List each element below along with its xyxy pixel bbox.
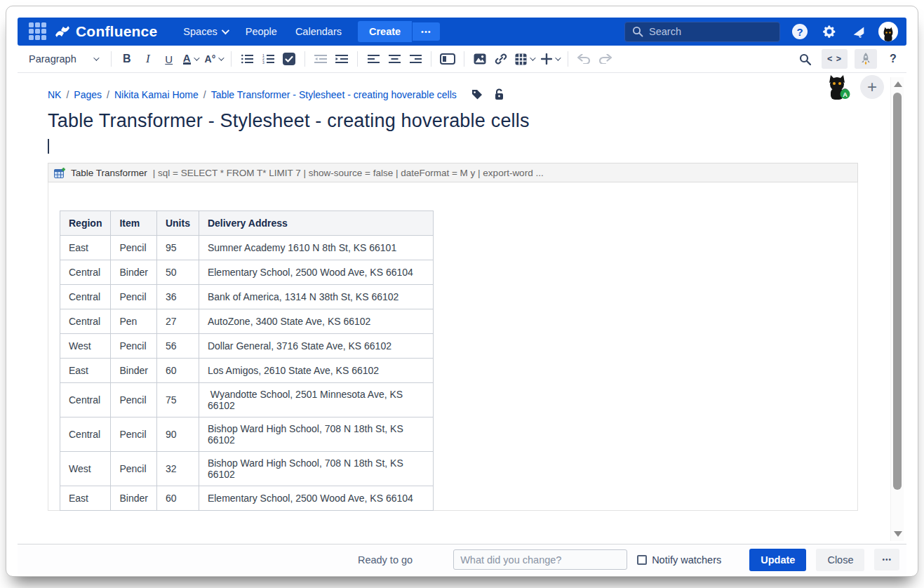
notify-watchers-control[interactable]: Notify watchers — [637, 554, 721, 566]
create-button[interactable]: Create — [358, 21, 412, 42]
bullet-list-button[interactable] — [238, 49, 256, 69]
page-layout-button[interactable] — [438, 49, 457, 69]
more-formatting-icon: A° — [205, 53, 216, 65]
paragraph-style-dropdown[interactable]: Paragraph — [22, 53, 105, 65]
column-header-units: Units — [156, 211, 199, 236]
notify-watchers-label: Notify watchers — [652, 554, 721, 566]
search-input[interactable] — [649, 26, 761, 37]
notify-watchers-checkbox[interactable] — [637, 555, 647, 565]
macro-preview-body: Region Item Units Delivery Address East … — [48, 182, 858, 511]
insert-files-images-button[interactable] — [471, 49, 489, 69]
breadcrumb-separator: / — [66, 89, 69, 100]
settings-button[interactable] — [819, 22, 839, 41]
notifications-button[interactable] — [849, 22, 869, 41]
toolbar-divider — [304, 51, 305, 67]
italic-button[interactable]: I — [139, 49, 157, 69]
macro-header[interactable]: Table Transformer | sql = SELECT * FROM … — [48, 163, 858, 182]
gear-icon — [822, 24, 837, 39]
profile-button[interactable] — [878, 22, 898, 41]
insert-link-button[interactable] — [492, 49, 510, 69]
indent-button[interactable] — [333, 49, 351, 69]
align-left-button[interactable] — [364, 49, 382, 69]
nav-people-label: People — [246, 26, 277, 37]
close-button[interactable]: Close — [816, 549, 864, 571]
column-header-region: Region — [60, 211, 111, 236]
underline-button[interactable]: U — [160, 49, 178, 69]
version-comment-input[interactable] — [453, 549, 627, 570]
insert-more-content-dropdown[interactable] — [539, 49, 561, 69]
breadcrumb-current-page-link[interactable]: Table Transformer - Stylesheet - creatin… — [211, 89, 457, 100]
scroll-up-arrow[interactable] — [894, 81, 902, 87]
unlocked-padlock-icon[interactable] — [494, 88, 504, 100]
cell-region: Central — [60, 383, 111, 417]
task-list-button[interactable] — [280, 49, 298, 69]
scrollbar-thumb[interactable] — [893, 93, 902, 490]
scroll-down-arrow[interactable] — [894, 531, 902, 537]
align-right-button[interactable] — [406, 49, 424, 69]
toolbar-divider — [568, 51, 568, 67]
outdent-button[interactable] — [312, 49, 330, 69]
cell-item: Pencil — [111, 285, 156, 309]
table-transformer-macro[interactable]: Table Transformer | sql = SELECT * FROM … — [48, 163, 858, 511]
logo-text: Confluence — [76, 23, 157, 40]
help-button[interactable]: ? — [790, 22, 810, 41]
redo-button[interactable] — [596, 49, 614, 69]
cell-item: Pencil — [111, 236, 156, 260]
more-formatting-dropdown[interactable]: A° — [203, 49, 225, 69]
rocket-plugin-button[interactable] — [855, 49, 877, 69]
confluence-logo[interactable]: Confluence — [54, 23, 157, 40]
page-title[interactable]: Table Transformer - Stylesheet - creatin… — [48, 110, 906, 132]
cell-region: West — [60, 334, 111, 359]
user-avatar-cat-icon — [878, 22, 898, 41]
align-center-button[interactable] — [385, 49, 403, 69]
vertical-scrollbar[interactable] — [890, 77, 904, 541]
nav-people[interactable]: People — [236, 18, 286, 46]
cell-item: Binder — [111, 359, 156, 383]
toolbar-divider — [111, 51, 112, 67]
find-replace-button[interactable] — [796, 49, 815, 69]
create-more-button[interactable]: ••• — [413, 22, 440, 41]
chevron-down-icon — [218, 55, 224, 60]
macro-name: Table Transformer — [71, 168, 147, 178]
app-window: Confluence Spaces People Calendars Creat… — [6, 6, 918, 577]
column-header-item: Item — [111, 211, 156, 236]
chevron-down-icon — [555, 55, 561, 60]
cell-units: 50 — [156, 260, 199, 285]
top-navigation-bar: Confluence Spaces People Calendars Creat… — [18, 18, 906, 46]
breadcrumb-home-link[interactable]: Nikita Kamai Home — [114, 89, 199, 100]
cell-units: 95 — [156, 236, 199, 260]
breadcrumb-separator: / — [203, 89, 206, 100]
search-box[interactable] — [624, 22, 780, 42]
insert-table-dropdown[interactable] — [513, 49, 536, 69]
bold-button[interactable]: B — [118, 49, 136, 69]
app-switcher-icon[interactable] — [29, 22, 47, 41]
chevron-down-icon — [221, 27, 229, 34]
breadcrumb-separator: / — [107, 89, 109, 100]
undo-button[interactable] — [575, 49, 593, 69]
nav-calendars[interactable]: Calendars — [286, 18, 351, 46]
cell-units: 36 — [156, 285, 199, 309]
cell-address: Elementary School, 2500 Wood Ave, KS 661… — [199, 260, 433, 285]
breadcrumb-space-link[interactable]: NK — [48, 89, 61, 100]
bell-icon — [851, 24, 866, 39]
editor-help-button[interactable]: ? — [884, 49, 902, 69]
toolbar-divider — [431, 51, 431, 67]
author-avatar-cat[interactable]: A — [824, 73, 850, 101]
toolbar-divider — [464, 51, 464, 67]
cell-address: Bishop Ward High School, 708 N 18th St, … — [199, 417, 433, 452]
labels-tag-icon[interactable] — [471, 89, 483, 100]
nav-spaces[interactable]: Spaces — [174, 18, 236, 46]
source-editor-button[interactable]: < > — [822, 49, 848, 69]
numbered-list-button[interactable]: 123 — [259, 49, 277, 69]
table-row: Central Pencil 36 Bank of America, 1314 … — [60, 285, 434, 309]
cell-region: East — [60, 486, 111, 511]
breadcrumb-pages-link[interactable]: Pages — [74, 89, 102, 100]
footer-more-button[interactable]: ••• — [874, 549, 899, 570]
add-page-plus-button[interactable]: + — [860, 75, 884, 99]
text-color-dropdown[interactable]: A — [181, 49, 200, 69]
chevron-down-icon — [530, 55, 535, 60]
cell-item: Pencil — [111, 334, 156, 359]
cell-units: 75 — [156, 383, 199, 417]
table-row: East Binder 60 Elementary School, 2500 W… — [60, 486, 434, 511]
update-button[interactable]: Update — [749, 549, 806, 571]
